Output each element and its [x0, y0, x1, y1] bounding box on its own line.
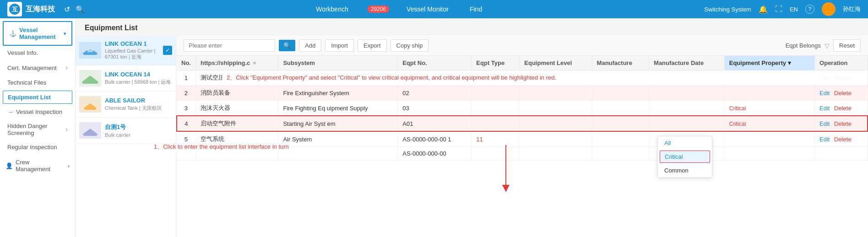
nav-right: Switching System 🔔 ⛶ EN ? 孙红海: [704, 2, 861, 16]
cell-eqptno-2: 02: [398, 86, 472, 101]
reset-button[interactable]: Reset: [833, 39, 861, 52]
username: 孙红海: [843, 5, 861, 13]
delete-btn-2[interactable]: Delete: [834, 90, 852, 97]
cell-mfdate-3: [649, 101, 725, 116]
ship-desc-0: Liquefied Gas Carrier | 67301 ton | 近海: [105, 48, 159, 60]
dropdown-item-critical[interactable]: Critical: [660, 151, 710, 163]
ship-thumb-0: [79, 42, 101, 59]
chevron-right-icon: ›: [68, 162, 70, 169]
notification-icon[interactable]: 🔔: [759, 5, 768, 14]
ship-list: LINK OCEAN 1 Liquefied Gas Carrier | 673…: [76, 36, 176, 237]
vessel-management-label: Vessel Management: [19, 27, 62, 40]
avatar[interactable]: [822, 2, 835, 16]
cell-eqpttype-2: [472, 86, 520, 101]
edit-btn-4[interactable]: Edit: [819, 120, 830, 127]
cell-eqptno-3: 03: [398, 101, 472, 116]
col-manufacture-date: Manufacture Date: [649, 56, 725, 70]
dropdown-icon: ▾: [788, 59, 791, 66]
table-header-row: No. https://shipping.c × Subsystem Eqpt …: [177, 56, 868, 70]
sidebar-item-equipment-list[interactable]: Equipment List: [3, 91, 72, 104]
copy-ship-button[interactable]: Copy ship: [391, 39, 429, 52]
svg-rect-3: [87, 48, 93, 52]
cell-eqptno-6: AS-0000-000-00: [398, 147, 472, 161]
ship-item-2[interactable]: ABLE SAILOR Chemical Tank | 无限航区: [76, 92, 176, 118]
close-icon[interactable]: ×: [253, 59, 256, 66]
dropdown-item-common[interactable]: Common: [658, 164, 712, 177]
cell-operation-5: Edit Delete: [815, 131, 868, 147]
ship-info-0: LINK OCEAN 1 Liquefied Gas Carrier | 673…: [105, 40, 159, 60]
equipment-panel: 🔍 Add Import Export Copy ship Eqpt Belon…: [176, 36, 868, 237]
delete-btn-3[interactable]: Delete: [834, 105, 852, 112]
eqpt-belongs-label: Eqpt Belongs: [786, 42, 821, 49]
cell-manufacture-6: [592, 147, 649, 161]
sidebar-item-technical-files[interactable]: Technical Files: [0, 75, 75, 90]
person-icon: 👤: [5, 162, 13, 169]
ship-item-1[interactable]: LINK OCEAN 14 Bulk carrier | 56968 ton |…: [76, 65, 176, 92]
export-button[interactable]: Export: [358, 39, 387, 52]
cell-name-4: 启动空气附件: [195, 116, 278, 131]
import-button[interactable]: Import: [325, 39, 354, 52]
search-input[interactable]: [184, 39, 275, 52]
filter-icon[interactable]: ▽: [825, 42, 830, 49]
dropdown-item-all[interactable]: All: [658, 136, 712, 150]
cell-subsystem-6: [278, 147, 398, 161]
sidebar-item-hidden-danger[interactable]: Hidden Danger Screening: [0, 119, 75, 140]
sidebar-item-cert-management[interactable]: Cert. Management: [0, 60, 75, 75]
logo-icon: 互: [7, 2, 22, 16]
col-eqpt-no: Eqpt No.: [398, 56, 472, 70]
col-equipment-property[interactable]: Equipment Property ▾: [724, 56, 814, 70]
cell-name-5: 空气系统: [195, 131, 278, 147]
ship-info-1: LINK OCEAN 14 Bulk carrier | 56968 ton |…: [105, 71, 172, 86]
cell-subsystem-2: Fire Extinguisher System: [278, 86, 398, 101]
table-row: 4 启动空气附件 Starting Air Syst em A01 Critic…: [177, 116, 868, 131]
edit-btn-5[interactable]: Edit: [819, 136, 830, 143]
vessel-monitor-link[interactable]: Vessel Monitor: [403, 4, 452, 15]
ship-thumb-2: [79, 96, 101, 113]
delete-btn-5[interactable]: Delete: [834, 136, 852, 143]
search-button[interactable]: 🔍: [279, 40, 295, 51]
cell-no-2: 2: [177, 86, 195, 101]
ship-item-0[interactable]: LINK OCEAN 1 Liquefied Gas Carrier | 673…: [76, 36, 176, 65]
sidebar-item-vessel-info[interactable]: Vessel Info.: [0, 46, 75, 60]
cell-level-6: [520, 147, 592, 161]
search-icon[interactable]: 🔍: [76, 5, 85, 14]
cell-no-4: 4: [177, 116, 195, 131]
col-operation: Operation: [815, 56, 868, 70]
cell-no-5: 5: [177, 131, 195, 147]
help-icon[interactable]: ?: [805, 5, 814, 14]
sidebar-item-vessel-inspection[interactable]: Vessel Inspection: [0, 105, 75, 119]
cell-level-4: [520, 116, 592, 131]
cell-eqpttype-5: 11: [472, 131, 520, 147]
chevron-down-icon: ▾: [64, 31, 66, 36]
cell-manufacture-3: [592, 101, 649, 116]
fullscreen-icon[interactable]: ⛶: [775, 5, 782, 13]
refresh-icon[interactable]: ↺: [64, 5, 70, 14]
app-logo[interactable]: 互 互海科技: [7, 2, 55, 16]
edit-btn-3[interactable]: Edit: [819, 105, 830, 112]
col-eqpt-type: Eqpt Type: [472, 56, 520, 70]
app-name: 互海科技: [26, 5, 55, 14]
cell-subsystem-3: Fire Fighting Eq uipment Supply: [278, 101, 398, 116]
cell-property-6: [724, 147, 814, 161]
sidebar-item-regular-inspection[interactable]: Regular Inspection: [0, 140, 75, 154]
ship-item-3[interactable]: 自测1号 Bulk carrier: [76, 118, 176, 144]
col-no: No.: [177, 56, 195, 70]
find-link[interactable]: Find: [466, 4, 486, 15]
cell-operation-6: [815, 147, 868, 161]
anchor-icon: ⚓: [9, 30, 16, 37]
top-nav: 互 互海科技 ↺ 🔍 Workbench 29206 Vessel Monito…: [0, 0, 868, 18]
sidebar-item-crew-management[interactable]: 👤 Crew Management ›: [0, 154, 75, 177]
nav-icons: ↺ 🔍: [64, 5, 85, 14]
cell-no-3: 3: [177, 101, 195, 116]
sidebar-item-vessel-management[interactable]: ⚓ Vessel Management ▾: [3, 21, 72, 46]
workbench-link[interactable]: Workbench: [312, 4, 352, 15]
ship-info-3: 自测1号 Bulk carrier: [105, 123, 172, 138]
switching-system[interactable]: Switching System: [704, 6, 751, 13]
cell-eqpttype-6: [472, 147, 520, 161]
lang-select[interactable]: EN: [790, 6, 798, 13]
add-button[interactable]: Add: [299, 39, 321, 52]
edit-btn-2[interactable]: Edit: [819, 90, 830, 97]
cell-eqptno-5: AS-0000-000-00 1: [398, 131, 472, 147]
delete-btn-4[interactable]: Delete: [834, 120, 852, 127]
ship-thumb-1: [79, 70, 101, 86]
